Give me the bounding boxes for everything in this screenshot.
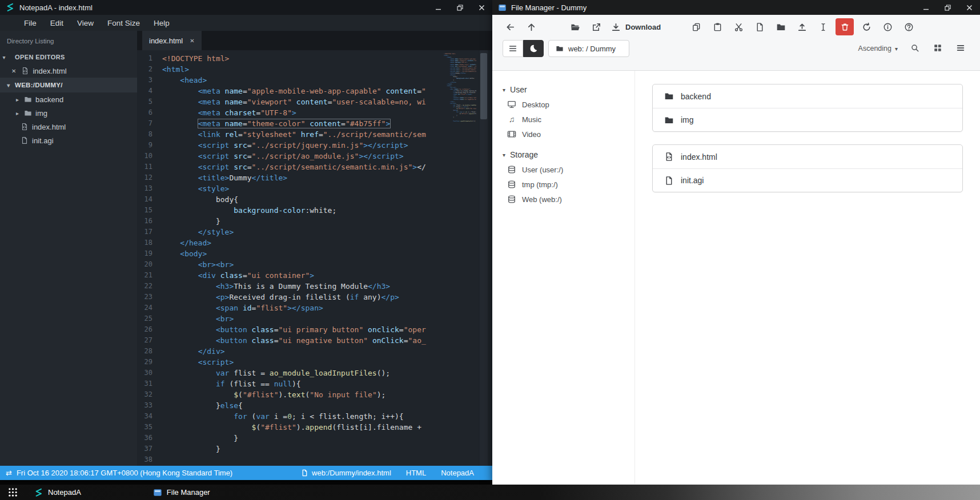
scrollbar-thumb[interactable]	[480, 53, 487, 119]
back-button[interactable]	[501, 18, 519, 35]
download-button[interactable]: Download	[609, 18, 663, 35]
sidebar-item-video[interactable]: Video	[492, 127, 634, 142]
tree-item-backend[interactable]: ▸backend	[0, 92, 137, 106]
np-file-tree: ▸backend▸imgindex.htmlinit.agi	[0, 92, 137, 147]
menu-help[interactable]: Help	[147, 15, 176, 31]
search-button[interactable]	[910, 43, 921, 54]
editor-scrollbar[interactable]	[480, 50, 488, 466]
taskbar-item-file-manager[interactable]: File Manager	[153, 488, 210, 497]
code-line: 28 </div>	[137, 346, 444, 357]
close-button[interactable]	[471, 0, 492, 15]
workspace-header[interactable]: ▾ WEB:/DUMMY/	[0, 78, 137, 92]
status-language[interactable]: HTML	[406, 469, 426, 477]
sidebar-item-music[interactable]: ♫Music	[492, 112, 634, 127]
menu-file[interactable]: File	[17, 15, 43, 31]
code-line: 8 <link rel="stylesheet" href="../script…	[137, 129, 444, 140]
tab-close-icon[interactable]: ✕	[190, 38, 194, 44]
new-file-button[interactable]	[751, 18, 768, 35]
taskbar: NotepadAFile Manager	[0, 485, 980, 500]
help-button[interactable]	[900, 18, 917, 35]
section-label: Storage	[510, 150, 538, 159]
trash-icon	[840, 22, 850, 32]
notepada-titlebar: NotepadA - index.html	[0, 0, 492, 15]
chevron-down-icon: ▾	[503, 152, 505, 158]
file-list: backendimgindex.htmlinit.agi	[635, 71, 980, 484]
folder-icon	[24, 109, 32, 117]
file-group: index.htmlinit.agi	[652, 144, 963, 192]
tab-index-html[interactable]: index.html ✕	[142, 31, 202, 50]
status-file[interactable]: web:/Dummy/index.html	[301, 469, 391, 477]
code-line: 30 var flist = ao_module_loadInputFiles(…	[137, 368, 444, 378]
upload-button[interactable]	[793, 18, 810, 35]
minimize-button[interactable]	[427, 0, 449, 15]
copy-button[interactable]	[688, 18, 705, 35]
info-button[interactable]	[879, 18, 896, 35]
minimize-button[interactable]	[915, 0, 937, 15]
dark-mode-button[interactable]	[523, 40, 544, 57]
rename-button[interactable]	[814, 18, 832, 35]
new-folder-button[interactable]	[772, 18, 789, 35]
folder-open-icon	[571, 22, 580, 32]
open-editors-section[interactable]: ▾ OPEN EDITORS	[0, 50, 137, 64]
sidebar-item-user[interactable]: User (user:/)	[492, 162, 634, 177]
taskbar-item-notepada[interactable]: NotepadA	[34, 488, 81, 497]
open-editor-item[interactable]: ✕ index.html	[0, 64, 137, 78]
file-group: backendimg	[652, 84, 963, 132]
file-row-index-html[interactable]: index.html	[653, 145, 962, 168]
tree-item-img[interactable]: ▸img	[0, 106, 137, 120]
sidebar-item-desktop[interactable]: Desktop	[492, 97, 634, 112]
fm-sidebar: ▾UserDesktop♫MusicVideo▾StorageUser (use…	[492, 71, 635, 484]
menu-button[interactable]	[503, 40, 523, 57]
filemanager-body: ▾UserDesktop♫MusicVideo▾StorageUser (use…	[492, 71, 980, 484]
restore-button[interactable]	[449, 0, 471, 15]
sidebar-item-tmp[interactable]: tmp (tmp:/)	[492, 177, 634, 192]
menu-font-size[interactable]: Font Size	[101, 15, 147, 31]
notepada-logo-icon	[34, 488, 43, 497]
status-datetime: Fri Oct 16 2020 18:06:17 GMT+0800 (Hong …	[17, 469, 232, 477]
sidebar-item-label: tmp (tmp:/)	[522, 180, 558, 189]
tree-item-label: init.agi	[32, 136, 54, 145]
path-bar[interactable]: web: / Dummy	[548, 40, 629, 57]
folder-icon	[664, 115, 674, 125]
file-row-backend[interactable]: backend	[653, 84, 962, 108]
code-line: 2<html>	[137, 64, 444, 75]
status-appname: NotepadA	[441, 469, 474, 477]
cut-button[interactable]	[730, 18, 747, 35]
close-icon[interactable]: ✕	[11, 68, 16, 74]
paste-button[interactable]	[709, 18, 726, 35]
sort-label: Ascending	[858, 45, 891, 53]
open-folder-button[interactable]	[567, 18, 584, 35]
refresh-button[interactable]	[858, 18, 875, 35]
file-icon	[664, 176, 674, 186]
close-button[interactable]	[958, 0, 980, 15]
code-line: 22 <h3>This is a Dummy Testing Module</h…	[137, 281, 444, 292]
tree-item-init-agi[interactable]: init.agi	[0, 134, 137, 147]
minimap[interactable]: <!DOCTYPE html><html> <head> <meta name=…	[444, 53, 476, 144]
menu-view[interactable]: View	[70, 15, 101, 31]
tree-item-index-html[interactable]: index.html	[0, 120, 137, 134]
launcher-button[interactable]	[7, 487, 18, 498]
code-lines[interactable]: 1<!DOCTYPE html>2<html>3 <head>4 <meta n…	[137, 50, 444, 466]
notepada-logo-icon	[6, 3, 15, 12]
section-user[interactable]: ▾User	[492, 82, 634, 97]
refresh-icon	[862, 22, 871, 32]
file-row-img[interactable]: img	[653, 108, 962, 131]
restore-button[interactable]	[937, 0, 958, 15]
code-editor[interactable]: index.html ✕ 1<!DOCTYPE html>2<html>3 <h…	[137, 31, 492, 466]
menu-edit[interactable]: Edit	[43, 15, 70, 31]
sidebar-item-web[interactable]: Web (web:/)	[492, 192, 634, 207]
open-in-new-button[interactable]	[588, 18, 605, 35]
up-button[interactable]	[523, 18, 540, 35]
chevron-right-icon: ▸	[16, 96, 23, 103]
delete-button[interactable]	[836, 18, 854, 35]
grid-view-button[interactable]	[933, 43, 943, 54]
code-line: 1<!DOCTYPE html>	[137, 53, 444, 64]
sort-dropdown[interactable]: Ascending ▾	[858, 45, 898, 53]
section-storage[interactable]: ▾Storage	[492, 147, 634, 162]
file-code-icon	[21, 123, 29, 131]
list-view-button[interactable]	[956, 43, 966, 54]
drive-icon	[507, 180, 516, 189]
file-row-init-agi[interactable]: init.agi	[653, 168, 962, 192]
window-controls	[427, 0, 492, 15]
tab-label: index.html	[149, 37, 183, 45]
